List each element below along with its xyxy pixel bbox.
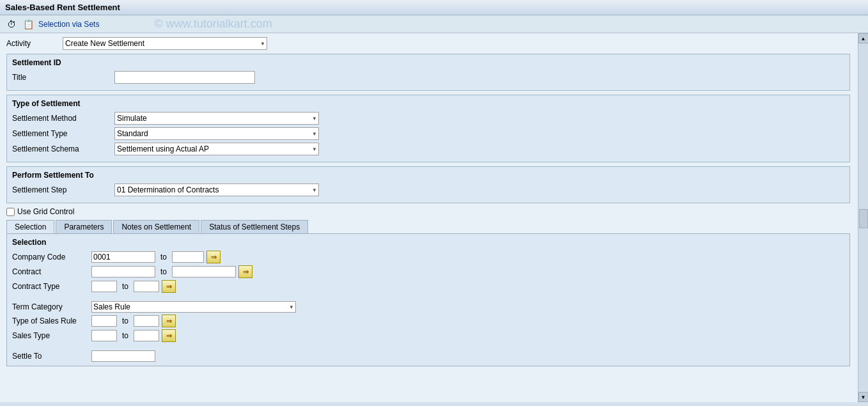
title-input[interactable] [114,71,255,84]
sales-type-from-input[interactable] [91,330,117,341]
scroll-down-arrow[interactable]: ▼ [858,392,869,402]
type-of-sales-rule-arrow-btn[interactable] [162,315,176,327]
toolbar: ⏱ 📋 Selection via Sets © www.tutorialkar… [0,15,868,33]
scrollbar: ▲ ▼ [858,33,868,402]
company-code-to-input[interactable] [172,251,204,263]
term-category-label: Term Category [12,302,89,311]
use-grid-control-row: Use Grid Control [6,207,850,216]
activity-label: Activity [6,39,58,48]
settlement-method-wrapper: Simulate Standard Actual [114,112,319,125]
settlement-schema-label: Settlement Schema [12,144,114,153]
settlement-schema-row: Settlement Schema Settlement using Actua… [12,143,844,155]
contract-type-to-label: to [122,282,128,291]
settlement-method-label: Settlement Method [12,114,114,123]
settlement-type-wrapper: Standard Actual [114,127,319,140]
tab-notes[interactable]: Notes on Settlement [113,220,199,233]
title-label: Title [12,73,114,82]
company-code-to-label: to [160,253,167,262]
contract-label: Contract [12,267,89,276]
sales-type-row: Sales Type to [12,329,844,342]
settlement-step-select[interactable]: 01 Determination of Contracts 02 Calcula… [114,183,319,196]
tab-status[interactable]: Status of Settlement Steps [201,220,308,233]
settle-to-input[interactable] [91,350,155,362]
contract-to-label: to [160,267,167,276]
settlement-id-section: Settlement ID Title [6,54,850,91]
title-row: Title [12,71,844,84]
type-of-settlement-title: Type of Settlement [12,98,844,109]
settle-to-row: Settle To [12,350,844,362]
sales-type-to-label: to [122,331,128,340]
main-content: Activity Create New Settlement Settlemen… [0,33,868,402]
settlement-step-label: Settlement Step [12,185,114,194]
contract-type-label: Contract Type [12,282,89,291]
term-category-row: Term Category Sales Rule Other [12,301,844,313]
term-category-select[interactable]: Sales Rule Other [91,301,296,313]
term-category-wrapper: Sales Rule Other [91,301,296,313]
title-bar: Sales-Based Rent Settlement [0,0,868,15]
settlement-type-label: Settlement Type [12,129,114,138]
type-of-settlement-section: Type of Settlement Settlement Method Sim… [6,95,850,162]
company-code-arrow-btn[interactable] [206,251,221,263]
page-title: Sales-Based Rent Settlement [5,3,120,12]
sets-icon[interactable]: 📋 [22,18,35,31]
settlement-type-row: Settlement Type Standard Actual [12,127,844,140]
company-code-from-input[interactable] [91,251,155,263]
settlement-id-title: Settlement ID [12,57,844,68]
contract-row: Contract to [12,265,844,278]
activity-select-wrapper: Create New Settlement Settlement using A… [63,37,267,50]
content-area: Activity Create New Settlement Settlemen… [6,37,850,366]
use-grid-control-label: Use Grid Control [17,207,74,216]
settlement-schema-wrapper: Settlement using Actual AP Standard [114,143,319,155]
contract-type-to-input[interactable] [134,281,159,292]
settlement-step-wrapper: 01 Determination of Contracts 02 Calcula… [114,183,319,196]
selection-section-title: Selection [12,238,844,247]
settlement-type-select[interactable]: Standard Actual [114,127,319,140]
selection-sets-label[interactable]: Selection via Sets [38,20,99,29]
tab-parameters[interactable]: Parameters [56,220,112,233]
settle-to-label: Settle To [12,352,89,361]
company-code-row: Company Code to [12,251,844,263]
contract-to-input[interactable] [172,266,236,277]
company-code-label: Company Code [12,253,89,262]
scroll-up-arrow[interactable]: ▲ [858,33,869,43]
contract-arrow-btn[interactable] [238,265,252,278]
scroll-thumb[interactable] [859,209,868,228]
settlement-method-row: Settlement Method Simulate Standard Actu… [12,112,844,125]
contract-type-from-input[interactable] [91,281,117,292]
type-of-sales-rule-label: Type of Sales Rule [12,316,89,325]
perform-settlement-section: Perform Settlement To Settlement Step 01… [6,166,850,203]
type-of-sales-rule-to-input[interactable] [134,315,159,327]
type-of-sales-rule-row: Type of Sales Rule to [12,315,844,327]
settlement-method-select[interactable]: Simulate Standard Actual [114,112,319,125]
contract-type-row: Contract Type to [12,280,844,293]
activity-select[interactable]: Create New Settlement Settlement using A… [63,37,267,50]
sales-type-label: Sales Type [12,331,89,340]
perform-settlement-title: Perform Settlement To [12,169,844,181]
watermark: © www.tutorialkart.com [154,17,272,31]
clock-icon[interactable]: ⏱ [5,18,18,31]
settlement-schema-select[interactable]: Settlement using Actual AP Standard [114,143,319,155]
settlement-step-row: Settlement Step 01 Determination of Cont… [12,183,844,196]
type-of-sales-rule-from-input[interactable] [91,315,117,327]
sales-type-arrow-btn[interactable] [162,329,176,342]
tab-selection[interactable]: Selection [6,220,54,233]
contract-type-arrow-btn[interactable] [162,280,176,293]
type-of-sales-rule-to-label: to [122,316,128,325]
tabs-container: Selection Parameters Notes on Settlement… [6,220,850,366]
use-grid-control-checkbox[interactable] [6,208,15,216]
activity-row: Activity Create New Settlement Settlemen… [6,37,850,50]
tab-bar: Selection Parameters Notes on Settlement… [6,220,850,233]
sales-type-to-input[interactable] [134,330,159,341]
tab-content: Selection Company Code to Contract to [6,233,850,366]
contract-from-input[interactable] [91,266,155,277]
